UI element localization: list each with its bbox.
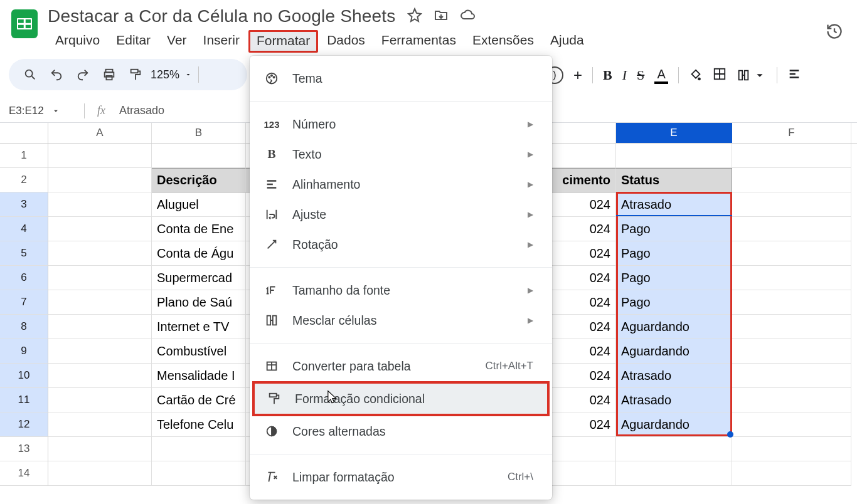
cell[interactable] bbox=[48, 412, 152, 437]
row-header[interactable]: 12 bbox=[0, 412, 48, 437]
cell[interactable]: Aguardando bbox=[616, 412, 732, 437]
header-cell[interactable]: Descrição bbox=[152, 168, 246, 192]
fill-color-button[interactable] bbox=[689, 68, 703, 82]
cell[interactable]: 024 bbox=[551, 388, 616, 412]
menu-merge[interactable]: Mesclar células ▶ bbox=[250, 305, 552, 335]
cell[interactable] bbox=[732, 412, 851, 437]
menu-alternating-colors[interactable]: Cores alternadas bbox=[250, 416, 552, 446]
cell[interactable]: Pago bbox=[616, 290, 732, 315]
cell[interactable]: Pago bbox=[616, 241, 732, 266]
cell[interactable]: Aluguel bbox=[152, 192, 246, 217]
cell[interactable] bbox=[732, 241, 851, 266]
doc-title[interactable]: Destacar a Cor da Célula no Google Sheet… bbox=[48, 6, 396, 26]
menu-editar[interactable]: Editar bbox=[109, 30, 158, 53]
cell[interactable]: Atrasado bbox=[616, 364, 732, 388]
col-header-e[interactable]: E bbox=[616, 123, 732, 143]
cell[interactable]: 024 bbox=[551, 364, 616, 388]
cell[interactable]: 024 bbox=[551, 290, 616, 315]
cell[interactable]: Mensalidade I bbox=[152, 364, 246, 388]
row-header[interactable]: 4 bbox=[0, 217, 48, 241]
menu-wrap[interactable]: Ajuste ▶ bbox=[250, 199, 552, 229]
menu-fontsize[interactable]: Tamanho da fonte ▶ bbox=[250, 275, 552, 305]
cell[interactable] bbox=[48, 290, 152, 315]
undo-icon[interactable] bbox=[45, 63, 68, 86]
zoom-dropdown[interactable]: 125% bbox=[151, 68, 192, 81]
insert-plus-icon[interactable]: + bbox=[573, 66, 582, 84]
cell[interactable] bbox=[152, 437, 246, 461]
row-header[interactable]: 7 bbox=[0, 290, 48, 315]
cell[interactable]: Cartão de Cré bbox=[152, 388, 246, 412]
cell[interactable]: 024 bbox=[551, 192, 616, 217]
row-header[interactable]: 5 bbox=[0, 241, 48, 266]
cell[interactable] bbox=[48, 339, 152, 364]
redo-icon[interactable] bbox=[72, 63, 94, 86]
cell[interactable] bbox=[48, 461, 152, 486]
cell[interactable]: Pago bbox=[616, 266, 732, 290]
cell[interactable]: Internet e TV bbox=[152, 315, 246, 339]
cell[interactable]: Pago bbox=[616, 217, 732, 241]
name-box[interactable]: E3:E12 bbox=[9, 105, 67, 117]
cell[interactable] bbox=[616, 144, 732, 168]
col-header-d[interactable] bbox=[551, 123, 616, 143]
menu-arquivo[interactable]: Arquivo bbox=[48, 30, 107, 53]
cell[interactable]: 024 bbox=[551, 412, 616, 437]
cell[interactable] bbox=[732, 266, 851, 290]
row-header[interactable]: 10 bbox=[0, 364, 48, 388]
print-icon[interactable] bbox=[98, 63, 120, 86]
select-all-corner[interactable] bbox=[0, 123, 48, 143]
header-cell[interactable]: cimento bbox=[551, 168, 616, 192]
text-color-button[interactable]: A bbox=[654, 67, 668, 84]
cell[interactable]: 024 bbox=[551, 217, 616, 241]
cell[interactable] bbox=[551, 461, 616, 486]
cell[interactable] bbox=[152, 144, 246, 168]
borders-button[interactable] bbox=[713, 67, 727, 83]
menu-ajuda[interactable]: Ajuda bbox=[543, 30, 592, 53]
cell[interactable] bbox=[48, 168, 152, 192]
menu-number[interactable]: 123 Número ▶ bbox=[250, 109, 552, 139]
cell[interactable]: 024 bbox=[551, 339, 616, 364]
menu-rotate[interactable]: Rotação ▶ bbox=[250, 229, 552, 260]
cell[interactable]: Supermercad bbox=[152, 266, 246, 290]
cell[interactable] bbox=[48, 144, 152, 168]
cell[interactable] bbox=[48, 437, 152, 461]
version-history-icon[interactable] bbox=[826, 23, 843, 43]
cell[interactable] bbox=[732, 168, 851, 192]
cell[interactable] bbox=[48, 241, 152, 266]
menu-formatar[interactable]: Formatar bbox=[248, 30, 318, 53]
menu-clear-formatting[interactable]: Limpar formatação Ctrl+\ bbox=[250, 462, 552, 492]
cell[interactable] bbox=[732, 217, 851, 241]
cell[interactable]: Combustível bbox=[152, 339, 246, 364]
row-header[interactable]: 6 bbox=[0, 266, 48, 290]
cell[interactable] bbox=[616, 461, 732, 486]
menu-ver[interactable]: Ver bbox=[159, 30, 194, 53]
cell[interactable] bbox=[48, 192, 152, 217]
cell[interactable]: Plano de Saú bbox=[152, 290, 246, 315]
row-header[interactable]: 8 bbox=[0, 315, 48, 339]
star-icon[interactable] bbox=[407, 8, 422, 25]
col-header-f[interactable]: F bbox=[732, 123, 851, 143]
cell[interactable] bbox=[48, 217, 152, 241]
row-header[interactable]: 13 bbox=[0, 437, 48, 461]
menu-extensoes[interactable]: Extensões bbox=[465, 30, 541, 53]
menu-conditional-formatting[interactable]: Formatação condicional bbox=[255, 384, 547, 414]
row-header[interactable]: 1 bbox=[0, 144, 48, 168]
cell[interactable] bbox=[48, 315, 152, 339]
paint-format-icon[interactable] bbox=[124, 63, 147, 86]
row-header[interactable]: 9 bbox=[0, 339, 48, 364]
move-folder-icon[interactable] bbox=[434, 8, 449, 25]
col-header-b[interactable]: B bbox=[152, 123, 246, 143]
cell[interactable] bbox=[48, 364, 152, 388]
cell[interactable]: 024 bbox=[551, 315, 616, 339]
formula-bar[interactable]: Atrasado bbox=[112, 104, 164, 117]
cell[interactable]: Aguardando bbox=[616, 315, 732, 339]
cell[interactable] bbox=[732, 290, 851, 315]
menu-theme[interactable]: Tema bbox=[250, 63, 552, 93]
cell[interactable]: 024 bbox=[551, 241, 616, 266]
cell[interactable] bbox=[732, 437, 851, 461]
italic-button[interactable]: I bbox=[622, 67, 627, 83]
merge-cells-button[interactable] bbox=[737, 68, 767, 82]
menu-align[interactable]: Alinhamento ▶ bbox=[250, 169, 552, 199]
cell[interactable] bbox=[551, 437, 616, 461]
cell[interactable] bbox=[732, 144, 851, 168]
cell[interactable]: Conta de Ene bbox=[152, 217, 246, 241]
